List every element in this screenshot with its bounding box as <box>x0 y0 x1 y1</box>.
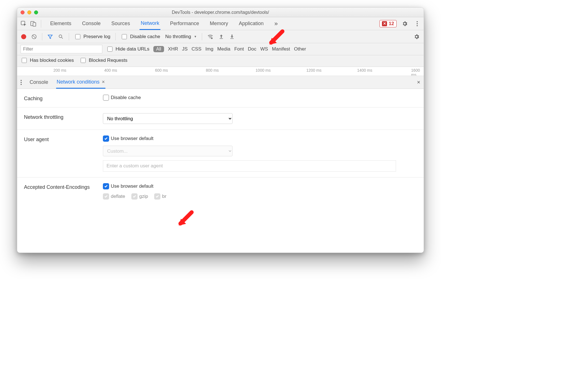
ua-custom-input <box>103 160 396 172</box>
filter-type-manifest[interactable]: Manifest <box>272 46 290 52</box>
preserve-log-checkbox[interactable]: Preserve log <box>74 33 110 40</box>
settings-gear-icon[interactable] <box>401 19 409 28</box>
clear-icon[interactable] <box>31 34 37 40</box>
drawer-menu-icon[interactable] <box>21 80 22 85</box>
throttling-label: Network throttling <box>24 113 94 124</box>
tab-console[interactable]: Console <box>81 18 102 29</box>
tab-performance[interactable]: Performance <box>169 18 200 29</box>
filter-type-font[interactable]: Font <box>234 46 244 52</box>
encodings-label: Accepted Content-Encodings <box>24 183 94 200</box>
throttling-select[interactable]: No throttling <box>103 113 233 124</box>
device-toolbar-icon[interactable] <box>29 19 37 28</box>
main-tabs: Elements Console Sources Network Perform… <box>49 17 279 30</box>
hide-data-urls-input[interactable] <box>107 47 112 52</box>
ua-use-default-checkbox[interactable]: Use browser default <box>103 135 417 142</box>
blocked-requests-input[interactable] <box>81 58 86 63</box>
record-button[interactable] <box>21 34 26 39</box>
hide-data-urls-checkbox[interactable]: Hide data URLs <box>106 46 149 52</box>
titlebar: DevTools - developer.chrome.com/tags/dev… <box>17 8 424 17</box>
caching-label: Caching <box>24 95 94 102</box>
inspect-element-icon[interactable] <box>19 19 28 28</box>
filter-type-img[interactable]: Img <box>205 46 213 52</box>
svg-rect-2 <box>33 23 36 26</box>
caching-disable-label: Disable cache <box>111 95 141 100</box>
filter-type-all[interactable]: All <box>153 46 164 52</box>
filter-type-other[interactable]: Other <box>294 46 306 52</box>
tab-network[interactable]: Network <box>140 17 160 30</box>
timeline-tick: 1400 ms <box>357 68 372 73</box>
svg-point-4 <box>59 35 62 38</box>
filter-icon[interactable] <box>47 34 53 40</box>
drawer-tab-label: Network conditions <box>57 79 100 85</box>
disable-cache-input[interactable] <box>122 34 127 39</box>
devtools-window: DevTools - developer.chrome.com/tags/dev… <box>17 7 424 253</box>
timeline-tick: 400 ms <box>104 68 117 73</box>
timeline-tick: 1200 ms <box>306 68 322 73</box>
network-conditions-icon[interactable] <box>207 34 213 40</box>
caching-disable-checkbox[interactable]: Disable cache <box>103 95 417 101</box>
filter-type-js[interactable]: JS <box>182 46 188 52</box>
error-count-badge[interactable]: ✕ 12 <box>379 20 397 27</box>
timeline-tick: 800 ms <box>206 68 219 73</box>
has-blocked-cookies-checkbox[interactable]: Has blocked cookies <box>21 57 74 64</box>
encoding-gzip: gzip <box>131 193 148 200</box>
filter-input[interactable] <box>21 45 102 53</box>
checkbox-checked-icon <box>103 135 109 142</box>
throttling-select[interactable]: No throttling ▼ <box>165 34 197 40</box>
encoding-label: deflate <box>111 194 125 199</box>
tab-elements[interactable]: Elements <box>49 18 72 29</box>
encodings-row: Accepted Content-Encodings Use browser d… <box>17 178 424 205</box>
filter-type-xhr[interactable]: XHR <box>168 46 178 52</box>
encoding-deflate: deflate <box>103 193 125 200</box>
search-icon[interactable] <box>58 34 64 40</box>
svg-rect-6 <box>220 38 223 39</box>
close-tab-icon[interactable]: × <box>102 79 105 85</box>
filter-bar: Hide data URLs All XHR JS CSS Img Media … <box>17 43 424 55</box>
tabs-overflow[interactable]: » <box>273 17 279 30</box>
tab-application[interactable]: Application <box>238 18 265 29</box>
checkbox-disabled-icon <box>103 193 109 200</box>
timeline-tick: 1000 ms <box>256 68 271 73</box>
separator <box>41 20 41 28</box>
checkbox-checked-icon <box>103 183 109 189</box>
has-blocked-cookies-input[interactable] <box>22 58 27 63</box>
filter-type-doc[interactable]: Doc <box>248 46 256 52</box>
filter-type-media[interactable]: Media <box>217 46 230 52</box>
separator <box>202 33 202 40</box>
throttling-value: No throttling <box>165 34 191 40</box>
blocked-requests-checkbox[interactable]: Blocked Requests <box>79 57 127 64</box>
overview-timeline[interactable]: 200 ms 400 ms 600 ms 800 ms 1000 ms 1200… <box>17 67 424 76</box>
checkbox-icon <box>103 95 109 101</box>
upload-har-icon[interactable] <box>218 34 224 40</box>
filter-type-ws[interactable]: WS <box>260 46 268 52</box>
separator <box>115 33 116 40</box>
encodings-use-default-checkbox[interactable]: Use browser default <box>103 183 417 189</box>
chevron-down-icon: ▼ <box>194 35 197 38</box>
has-blocked-cookies-label: Has blocked cookies <box>30 58 74 63</box>
network-conditions-panel: Caching Disable cache Network throttling… <box>17 89 424 205</box>
close-drawer-icon[interactable]: × <box>417 79 420 86</box>
tab-memory[interactable]: Memory <box>209 18 229 29</box>
encoding-label: br <box>162 194 166 199</box>
filter-type-css[interactable]: CSS <box>192 46 202 52</box>
separator <box>42 33 42 40</box>
drawer-tab-network-conditions[interactable]: Network conditions × <box>56 76 105 89</box>
main-tabstrip: Elements Console Sources Network Perform… <box>17 17 424 30</box>
more-menu-icon[interactable] <box>413 19 421 28</box>
hide-data-urls-label: Hide data URLs <box>116 46 149 52</box>
preserve-log-input[interactable] <box>75 34 80 39</box>
timeline-tick: 200 ms <box>53 68 66 73</box>
checkbox-disabled-icon <box>131 193 138 200</box>
encodings-options: deflate gzip br <box>103 193 417 200</box>
network-toolbar: Preserve log Disable cache No throttling… <box>17 30 424 43</box>
throttling-row: Network throttling No throttling <box>17 108 424 130</box>
download-har-icon[interactable] <box>229 34 235 40</box>
drawer-tab-console[interactable]: Console <box>29 76 49 88</box>
encodings-use-default-label: Use browser default <box>111 183 153 189</box>
panel-settings-gear-icon[interactable] <box>414 34 420 40</box>
error-count: 12 <box>389 21 394 27</box>
disable-cache-checkbox[interactable]: Disable cache <box>121 33 160 40</box>
tab-sources[interactable]: Sources <box>110 18 131 29</box>
user-agent-label: User agent <box>24 135 94 172</box>
ua-custom-select: Custom... <box>103 146 233 156</box>
